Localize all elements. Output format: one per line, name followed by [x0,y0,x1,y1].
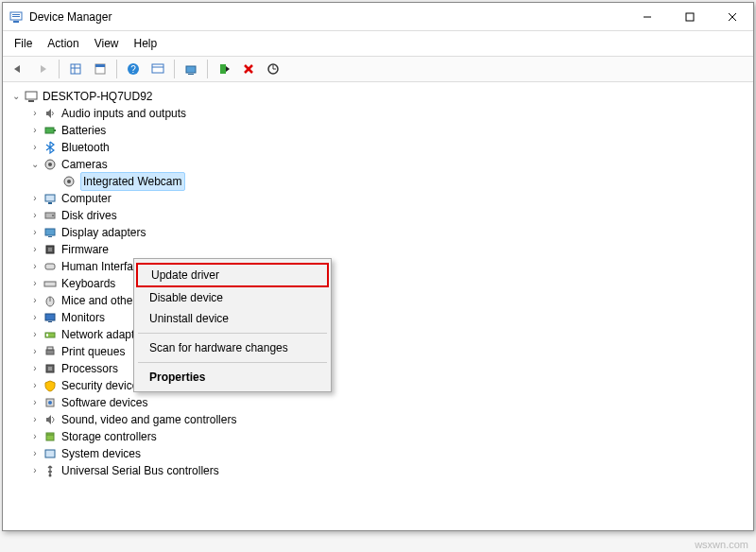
ctx-uninstall-device[interactable]: Uninstall device [136,308,329,329]
maximize-button[interactable] [668,3,711,31]
tree-item-firmware[interactable]: ›Firmware [7,241,749,258]
tree-item-computer[interactable]: ›Computer [7,190,749,207]
svg-rect-17 [186,66,196,73]
expand-icon[interactable]: › [29,363,41,374]
svg-rect-38 [48,248,52,251]
system-icon [43,446,58,461]
forward-button[interactable] [31,59,54,79]
tree-label: Processors [61,360,118,377]
ctx-properties[interactable]: Properties [136,367,329,388]
camera-icon [61,174,77,189]
scan-hardware-button[interactable] [262,59,284,79]
tree-label: Batteries [61,122,106,139]
tree-item-monitors[interactable]: ›Monitors [7,309,749,326]
menu-view[interactable]: View [87,33,127,54]
menu-file[interactable]: File [7,33,40,54]
expand-icon[interactable]: › [29,295,41,306]
tree-item-keyboards[interactable]: ›Keyboards [7,275,749,292]
display-icon [43,225,58,240]
tree-item-processors[interactable]: ›Processors [7,360,749,377]
tree-item-display[interactable]: ›Display adapters [7,224,749,241]
expand-icon[interactable]: › [29,414,41,425]
network-icon [43,327,58,342]
tree-item-storage[interactable]: ›Storage controllers [7,428,749,445]
tree-item-software[interactable]: ›Software devices [7,394,749,411]
computer-icon [43,191,58,206]
expand-icon[interactable]: › [29,312,41,323]
collapse-icon[interactable]: ⌄ [29,159,41,170]
expand-icon[interactable]: › [29,380,41,391]
expand-icon[interactable]: › [29,346,41,357]
software-icon [43,395,58,410]
ctx-scan-hardware[interactable]: Scan for hardware changes [136,337,329,358]
tree-item-batteries[interactable]: ›Batteries [7,122,749,139]
ctx-update-driver[interactable]: Update driver [136,263,329,287]
expand-icon[interactable]: › [29,329,41,340]
device-tree[interactable]: ⌄ DESKTOP-HQ7UD92 ›Audio inputs and outp… [3,82,753,530]
expand-icon[interactable]: › [29,125,41,136]
svg-rect-36 [48,236,52,237]
svg-point-28 [48,163,52,166]
expand-icon[interactable]: › [29,244,41,255]
tree-label: Disk drives [61,207,117,224]
properties-button[interactable] [89,59,112,79]
tree-item-system[interactable]: ›System devices [7,445,749,462]
tree-item-sound[interactable]: ›Sound, video and game controllers [7,411,749,428]
tree-item-audio[interactable]: ›Audio inputs and outputs [7,105,749,122]
show-hidden-button[interactable] [64,59,87,79]
expand-icon[interactable]: › [29,227,41,238]
view-button[interactable] [146,59,169,79]
expand-icon[interactable]: › [29,261,41,272]
menu-action[interactable]: Action [40,33,86,54]
tree-item-usb[interactable]: ›Universal Serial Bus controllers [7,462,749,479]
enable-device-button[interactable] [213,59,235,79]
tree-item-network[interactable]: ›Network adapters [7,326,749,343]
minimize-button[interactable] [626,3,668,31]
menu-help[interactable]: Help [127,33,165,54]
expand-icon[interactable]: › [29,431,41,442]
expand-icon[interactable]: › [29,278,41,289]
tree-root[interactable]: ⌄ DESKTOP-HQ7UD92 [7,88,749,105]
close-button[interactable] [711,3,753,31]
firmware-icon [43,242,58,257]
tree-item-hid[interactable]: ›Human Interface Devices [7,258,749,275]
monitor-icon [43,310,58,325]
svg-text:?: ? [130,64,136,75]
tree-item-printqueues[interactable]: ›Print queues [7,343,749,360]
toolbar: ? [3,57,753,82]
help-button[interactable]: ? [122,59,145,79]
uninstall-device-button[interactable] [237,59,260,79]
context-menu: Update driver Disable device Uninstall d… [133,258,332,392]
expand-icon[interactable]: › [29,193,41,204]
svg-rect-45 [45,314,55,320]
tree-item-cameras[interactable]: ⌄Cameras [7,156,749,173]
back-button[interactable] [7,59,29,79]
ctx-disable-device[interactable]: Disable device [136,287,329,308]
mouse-icon [43,293,58,308]
update-driver-button[interactable] [180,59,202,79]
tree-item-mice[interactable]: ›Mice and other pointing devices [7,292,749,309]
svg-rect-23 [26,92,37,99]
tree-item-disk[interactable]: ›Disk drives [7,207,749,224]
expand-icon[interactable]: › [29,397,41,408]
tree-item-integrated-webcam[interactable]: ›Integrated Webcam [7,173,749,190]
tree-label: System devices [61,445,141,462]
expand-icon[interactable]: › [29,448,41,459]
window-controls [626,3,753,31]
processor-icon [43,361,58,376]
svg-rect-39 [45,264,55,269]
collapse-icon[interactable]: ⌄ [10,91,22,102]
svg-rect-2 [12,14,20,15]
svg-rect-1 [13,21,19,23]
tree-root-label: DESKTOP-HQ7UD92 [43,88,152,105]
expand-icon[interactable]: › [29,465,41,476]
menu-bar: File Action View Help [3,31,753,57]
tree-item-bluetooth[interactable]: ›Bluetooth [7,139,749,156]
svg-rect-32 [48,202,52,204]
expand-icon[interactable]: › [29,108,41,119]
hid-icon [43,259,58,274]
expand-icon[interactable]: › [29,142,41,153]
tree-item-security[interactable]: ›Security devices [7,377,749,394]
expand-icon[interactable]: › [29,210,41,221]
battery-icon [43,123,58,138]
